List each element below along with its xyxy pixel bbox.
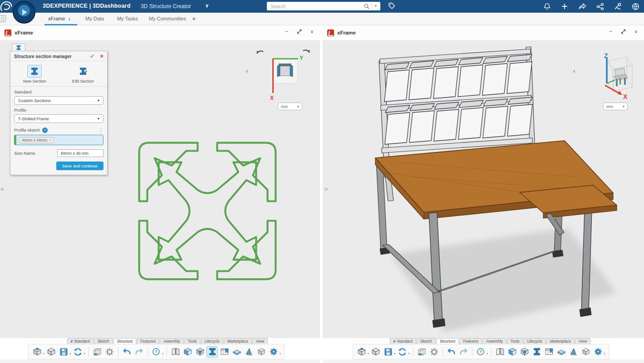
tab-features[interactable]: Features [137,338,159,344]
model-3d-viewport[interactable]: ‹ Z X mm▾ » [323,41,644,338]
collab-tools-icon[interactable] [613,1,623,11]
plate-icon[interactable] [556,346,567,358]
standard-select[interactable]: Custom Sections▾ [14,96,103,105]
plate-icon[interactable] [231,346,242,358]
view-cube[interactable]: Z X [591,53,635,100]
panel-expander-icon[interactable]: » [324,185,328,192]
tag-icon[interactable] [387,1,396,11]
search-input[interactable] [267,4,364,9]
tab-standard[interactable]: ◤Standard [67,338,93,344]
size-name-input[interactable] [57,149,103,157]
tab-sketch[interactable]: Sketch [94,338,113,344]
minimize-button[interactable]: − [609,28,612,34]
stiffener-icon[interactable] [568,346,579,358]
tab-tools[interactable]: Tools [507,338,523,344]
engineering-gear-icon[interactable] [592,346,604,358]
app-caret-icon[interactable]: ∨ [205,3,209,9]
window-header[interactable]: xFrame − ∨ [323,25,644,41]
frame-cube-icon[interactable] [194,346,206,358]
paneling-bookmark-icon[interactable] [543,346,555,358]
refresh-icon[interactable] [397,346,408,358]
settings-gear-icon[interactable] [428,346,440,358]
add-plus-icon[interactable] [560,1,570,11]
save-and-continue-button[interactable]: Save and continue [56,162,103,170]
new-content-cube-icon[interactable] [356,346,367,358]
solid-cube-icon[interactable] [506,346,518,358]
tab-my-communities[interactable]: My Communities [149,16,186,21]
tab-my-data[interactable]: My Data [85,16,104,21]
undo-icon[interactable] [446,346,457,358]
tab-my-tasks[interactable]: My Tasks [117,16,138,21]
3dexperience-compass[interactable] [13,1,35,24]
new-section-button[interactable]: New Section [10,65,59,83]
structure-section-ibeam-icon[interactable] [206,346,218,358]
help-icon[interactable] [151,346,162,358]
support-cube-icon[interactable] [256,346,267,358]
redo-icon[interactable] [458,346,469,358]
tab-marketplace[interactable]: Marketplace [546,338,575,344]
search-box[interactable]: ▼ [267,2,380,10]
tab-view[interactable]: View [575,338,590,344]
units-dropdown[interactable]: mm▾ [278,103,302,110]
chip-close-icon[interactable]: × [49,138,51,142]
kebab-menu-icon[interactable]: ⋮ [98,127,103,133]
save-icon[interactable] [383,346,394,358]
panel-expander-icon[interactable]: » [0,185,4,192]
model-cube-icon[interactable] [370,346,382,358]
minimize-button[interactable]: − [285,28,288,34]
properties-sheets-icon[interactable] [416,346,428,358]
paneling-bookmark-icon[interactable] [219,346,230,358]
rotate-left-icon[interactable] [254,48,266,60]
solid-cube-icon[interactable] [182,346,193,358]
help-icon[interactable] [475,346,487,358]
tab-marketplace[interactable]: Marketplace [224,338,252,344]
close-icon[interactable]: × [100,54,103,59]
share-arrow-icon[interactable] [577,1,587,11]
help-globe-icon[interactable] [630,1,640,11]
catalog-book-icon[interactable] [494,346,506,358]
sketch-chip[interactable]: 40mm x 40mm× [19,137,54,143]
collapse-button[interactable]: ∨ [634,29,638,34]
notifications-bell-icon[interactable] [542,1,552,11]
profile-sketch-field[interactable]: 40mm x 40mm× [14,135,103,145]
tab-tools[interactable]: Tools [184,338,201,344]
dialog-tab[interactable] [12,44,25,51]
tab-lifecycle[interactable]: Lifecycle [524,338,546,344]
tab-xframe[interactable]: xFrame ∨ [48,16,71,21]
new-content-cube-icon[interactable] [31,346,43,358]
share-network-icon[interactable] [595,1,605,11]
tab-standard[interactable]: ◤Standard [390,338,416,344]
tab-features[interactable]: Features [459,338,482,344]
tab-lifecycle[interactable]: Lifecycle [201,338,223,344]
model-cube-icon[interactable] [46,346,57,358]
stiffener-icon[interactable] [243,346,255,358]
save-icon[interactable] [58,346,69,358]
profile-select[interactable]: T-Slotted Frame▾ [14,114,103,123]
engineering-gear-icon[interactable] [268,346,279,358]
structure-section-ibeam-icon[interactable] [531,346,542,358]
tab-view[interactable]: View [252,338,268,344]
add-tab-button[interactable]: + [192,15,196,22]
properties-sheets-icon[interactable] [92,346,103,358]
support-cube-icon[interactable] [580,346,591,358]
tab-structure[interactable]: Structure [436,338,459,344]
profile-sketch-canvas[interactable] [126,130,289,292]
view-cube[interactable]: Y X [272,58,298,83]
maximize-button[interactable] [296,29,302,34]
tab-sketch[interactable]: Sketch [417,338,436,344]
maximize-button[interactable] [620,29,626,34]
settings-gear-icon[interactable] [104,346,115,358]
edit-section-button[interactable]: Edit Section [59,65,108,83]
refresh-icon[interactable] [72,346,84,358]
window-header[interactable]: xFrame − ∨ [0,25,320,41]
app-name[interactable]: 3D Structure Creator [141,3,191,10]
units-dropdown[interactable]: mm▾ [603,103,628,110]
undo-icon[interactable] [121,346,133,358]
redo-icon[interactable] [133,346,145,358]
confirm-check-icon[interactable]: ✓ [90,53,94,59]
frame-cube-icon[interactable] [519,346,530,358]
tab-structure[interactable]: Structure [113,338,137,344]
collapse-button[interactable]: ∨ [310,29,314,34]
viewcube-nav-chevron[interactable]: ‹ [573,67,575,74]
sketch-viewport[interactable]: ‹ Y X mm▾ Structure section manager ✓ × … [0,41,320,338]
